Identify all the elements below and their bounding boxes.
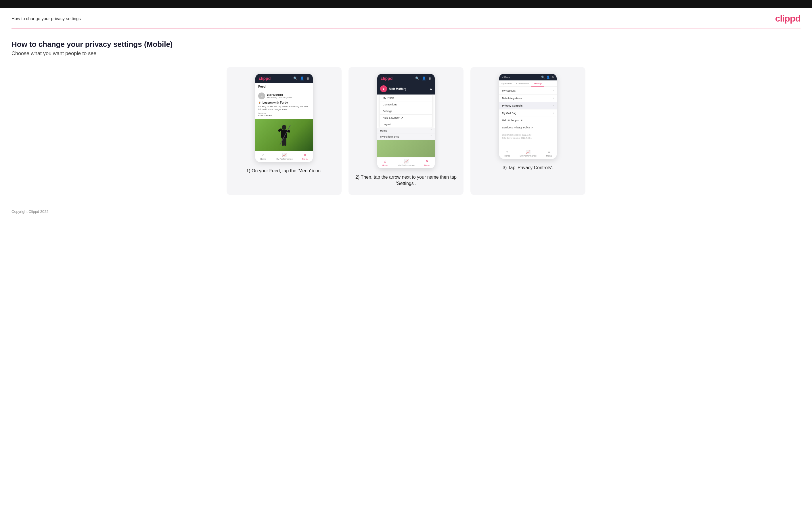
- step3-version-sql: SQL Server Version: 2022.7.30-1: [502, 137, 554, 140]
- step1-location: Yesterday · Sunningdale: [267, 96, 292, 99]
- step2-nav-close: ✕ Menu: [424, 159, 430, 167]
- step2-home-section: Home ˅: [377, 128, 435, 134]
- main-content: How to change your privacy settings (Mob…: [0, 29, 812, 201]
- step1-feed-tab: Feed: [255, 83, 313, 90]
- page-heading: How to change your privacy settings (Mob…: [11, 40, 801, 49]
- step2-bg-peek: [377, 140, 435, 157]
- step2-connections: Connections: [380, 101, 432, 108]
- step1-search-icon: 🔍: [293, 76, 298, 80]
- step2-performance-chevron: ˅: [430, 135, 432, 138]
- step3-nav-menu: ≡ Menu: [546, 150, 552, 157]
- step2-nav-home: ⌂ Home: [382, 159, 388, 167]
- step1-home-label: Home: [260, 158, 266, 160]
- step3-my-account-label: My Account: [502, 89, 515, 92]
- step2-user-left: B Blair McHarg: [380, 85, 407, 92]
- step-2-card: clippd 🔍 👤 ⊕ B Blair McHarg ∧: [349, 67, 463, 195]
- step2-search-icon: 🔍: [415, 76, 419, 80]
- step1-lesson-title: 🏌 Lesson with Fordy: [258, 101, 310, 104]
- step2-nav-icons: 🔍 👤 ⊕: [415, 76, 431, 80]
- step1-user-row: B Blair McHarg Yesterday · Sunningdale: [258, 93, 310, 99]
- step2-dropdown-user: B Blair McHarg ∧: [377, 83, 435, 95]
- header: How to change your privacy settings clip…: [0, 8, 812, 24]
- step3-service-privacy-label: Service & Privacy Policy ↗: [502, 126, 533, 129]
- step1-golf-image: [255, 119, 313, 151]
- step1-menu-icon: ≡: [304, 153, 306, 157]
- step3-my-account: My Account ›: [499, 87, 557, 95]
- header-title: How to change your privacy settings: [11, 16, 81, 21]
- step2-settings-icon: ⊕: [428, 76, 431, 80]
- step3-nav-icons: 🔍 👤 ⊕: [541, 75, 554, 79]
- step2-home-icon: ⌂: [384, 159, 386, 163]
- logo: clippd: [775, 13, 801, 24]
- step2-performance-icon: 📈: [404, 159, 409, 163]
- step2-performance-label: My Performance: [380, 135, 399, 138]
- step1-app-logo: clippd: [259, 76, 270, 81]
- step2-home-chevron: ˅: [430, 129, 432, 132]
- step1-performance-label: My Performance: [276, 158, 293, 160]
- step-1-card: clippd 🔍 👤 ⊕ Feed B Blair McHarg: [226, 67, 342, 195]
- step3-performance-icon: 📈: [526, 150, 530, 154]
- step2-home-nav-label: Home: [382, 164, 388, 167]
- step1-user-info: Blair McHarg Yesterday · Sunningdale: [267, 93, 292, 99]
- step2-logout: Logout: [380, 121, 432, 127]
- step3-privacy-controls-label: Privacy Controls: [502, 104, 523, 107]
- step3-data-integrations-label: Data Integrations: [502, 97, 522, 100]
- step3-spacer: [499, 142, 557, 148]
- step1-nav-icons: 🔍 👤 ⊕: [293, 76, 309, 80]
- step1-menu-label: Menu: [302, 158, 308, 160]
- step3-home-icon: ⌂: [506, 150, 508, 154]
- step3-back-label: < Back: [502, 76, 510, 79]
- step3-settings-footer: Clippd Client Version: 2022.8.3-3 SQL Se…: [499, 131, 557, 142]
- step3-help-support-label: Help & Support ↗: [502, 119, 523, 122]
- step2-menu-nav-label: Menu: [424, 164, 430, 167]
- step-1-label: 1) On your Feed, tap the 'Menu' icon.: [246, 168, 322, 174]
- footer: Copyright Clippd 2022: [0, 201, 812, 219]
- step2-help-support: Help & Support ↗: [380, 115, 432, 121]
- step1-nav-performance: 📈 My Performance: [276, 153, 293, 160]
- step-3-phone: < Back 🔍 👤 ⊕ My Profile Connections Sett…: [499, 74, 557, 159]
- step3-search-icon: 🔍: [541, 75, 545, 79]
- step3-menu-label: Menu: [546, 155, 552, 157]
- step2-user-icon: 👤: [422, 76, 426, 80]
- tab-my-profile: My Profile: [499, 80, 514, 87]
- step3-version-client: Clippd Client Version: 2022.8.3-3: [502, 133, 554, 137]
- footer-copyright: Copyright Clippd 2022: [11, 210, 49, 214]
- top-bar: [0, 0, 812, 8]
- step2-close-icon: ✕: [425, 159, 429, 163]
- step3-privacy-controls: Privacy Controls ›: [499, 102, 557, 109]
- step2-settings: Settings: [380, 108, 432, 115]
- golfer-svg: [272, 122, 296, 151]
- step1-duration-label: Duration: [258, 112, 310, 114]
- step1-lesson-desc: Looking to feel like my hands are exitin…: [258, 105, 310, 111]
- step1-home-icon: ⌂: [262, 153, 264, 157]
- step2-app-logo: clippd: [381, 76, 393, 81]
- page-subheading: Choose what you want people to see: [11, 51, 801, 57]
- step3-privacy-chevron: ›: [553, 104, 554, 107]
- step3-menu-icon: ≡: [548, 150, 550, 154]
- step3-data-integrations: Data Integrations ›: [499, 95, 557, 102]
- step2-nav-performance: 📈 My Performance: [398, 159, 415, 167]
- step3-golf-bag-chevron: ›: [553, 111, 554, 115]
- step3-help-support: Help & Support ↗: [499, 117, 557, 124]
- step1-nav-menu: ≡ Menu: [302, 153, 308, 160]
- step3-data-integrations-chevron: ›: [553, 97, 554, 100]
- step3-nav-performance: 📈 My Performance: [519, 150, 537, 157]
- step2-my-profile: My Profile: [380, 95, 432, 101]
- step1-avatar: B: [258, 93, 265, 99]
- step-3-card: < Back 🔍 👤 ⊕ My Profile Connections Sett…: [470, 67, 586, 195]
- steps-container: clippd 🔍 👤 ⊕ Feed B Blair McHarg: [11, 67, 801, 195]
- step2-username: Blair McHarg: [389, 87, 407, 91]
- step1-user-icon: 👤: [300, 76, 304, 80]
- step3-my-golf-bag: My Golf Bag ›: [499, 109, 557, 117]
- step-2-phone: clippd 🔍 👤 ⊕ B Blair McHarg ∧: [377, 74, 435, 168]
- step3-my-golf-bag-label: My Golf Bag: [502, 112, 516, 115]
- step1-feed-post: B Blair McHarg Yesterday · Sunningdale 🏌…: [255, 90, 313, 119]
- svg-point-0: [282, 125, 287, 129]
- step3-performance-label: My Performance: [519, 155, 537, 157]
- step-1-phone: clippd 🔍 👤 ⊕ Feed B Blair McHarg: [255, 74, 313, 162]
- step1-duration-value: 01 hr : 30 min: [258, 114, 310, 117]
- step2-app-navbar: clippd 🔍 👤 ⊕: [377, 74, 435, 83]
- step2-chevron-up: ∧: [430, 87, 432, 91]
- step2-dropdown: My Profile Connections Settings Help & S…: [379, 95, 433, 128]
- svg-rect-5: [284, 137, 287, 146]
